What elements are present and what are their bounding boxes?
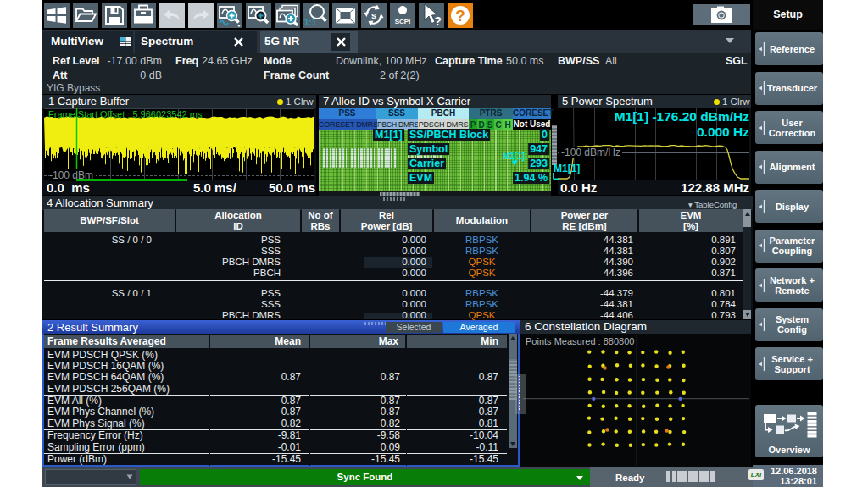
svg-text:1:1: 1:1 — [304, 18, 317, 27]
svg-text:SCPI: SCPI — [395, 18, 411, 25]
svg-text:s: s — [371, 10, 376, 20]
svg-text:?: ? — [434, 14, 442, 28]
svg-text:?: ? — [455, 7, 465, 25]
